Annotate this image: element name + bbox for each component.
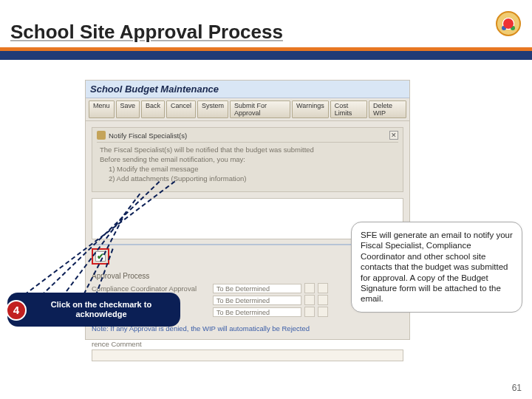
- notify-option: 1) Modify the email message: [109, 165, 398, 173]
- toolbar-button[interactable]: Delete WIP: [369, 100, 406, 118]
- approval-action[interactable]: [304, 283, 315, 293]
- comment-section: rence Comment: [92, 340, 403, 361]
- comment-label: rence Comment: [92, 340, 403, 348]
- toolbar-button[interactable]: Cost Limits: [330, 100, 367, 118]
- toolbar-button[interactable]: Back: [141, 100, 165, 118]
- close-icon[interactable]: ✕: [389, 131, 398, 140]
- toolbar-button[interactable]: Submit For Approval: [230, 100, 290, 118]
- approval-action[interactable]: [304, 307, 315, 317]
- notify-body: The Fiscal Specialist(s) will be notifie…: [97, 146, 398, 183]
- approval-action[interactable]: [304, 295, 315, 305]
- notify-option: 2) Add attachments (Supporting informati…: [109, 174, 398, 183]
- info-callout: SFE will generate an email to notify you…: [351, 222, 522, 313]
- toolbar-button[interactable]: Warnings: [292, 100, 329, 118]
- approval-value: To Be Determined: [213, 284, 301, 293]
- approval-value: To Be Determined: [213, 296, 301, 305]
- app-title-bar: School Budget Maintenance: [86, 81, 409, 98]
- approval-action[interactable]: [318, 307, 328, 317]
- notify-title: Notify Fiscal Specialist(s): [109, 132, 187, 140]
- title-underline-navy: [0, 51, 532, 60]
- step-number-badge: 4: [6, 300, 27, 321]
- approval-action[interactable]: [318, 283, 328, 293]
- step-callout-text: Click on the checkmark to acknowledge: [51, 300, 151, 318]
- slide-title: School Site Approval Process: [10, 21, 283, 44]
- comment-field[interactable]: [92, 349, 403, 361]
- step-callout: 4 Click on the checkmark to acknowledge: [7, 293, 180, 327]
- toolbar-button[interactable]: Menu: [89, 100, 115, 118]
- toolbar-button[interactable]: Save: [116, 100, 140, 118]
- approval-label: Compliance Coordinator Approval: [92, 284, 210, 293]
- toolbar-button[interactable]: System: [197, 100, 228, 118]
- approval-value: To Be Determined: [213, 307, 301, 317]
- notify-line: Before sending the email notification, y…: [100, 155, 398, 163]
- notify-header: Notify Fiscal Specialist(s) ✕: [97, 131, 398, 143]
- info-callout-text: SFE will generate an email to notify you…: [361, 231, 513, 303]
- app-toolbar: Menu Save Back Cancel System Submit For …: [86, 98, 409, 121]
- district-logo: [496, 11, 521, 36]
- hand-icon: [97, 131, 106, 140]
- notify-line: The Fiscal Specialist(s) will be notifie…: [100, 146, 398, 154]
- page-number: 61: [512, 383, 522, 393]
- approval-action[interactable]: [318, 295, 328, 305]
- notify-panel: Notify Fiscal Specialist(s) ✕ The Fiscal…: [92, 127, 403, 192]
- toolbar-button[interactable]: Cancel: [166, 100, 196, 118]
